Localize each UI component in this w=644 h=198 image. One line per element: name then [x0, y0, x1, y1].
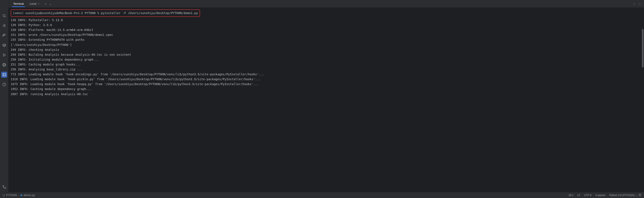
- output-line: 151 INFO: wrote /Users/sunshiyu/Desktop/…: [11, 32, 642, 37]
- svg-point-0: [3, 14, 5, 17]
- chevron-down-icon[interactable]: ⌄: [50, 2, 51, 5]
- more-icon[interactable]: ⋮: [633, 2, 636, 5]
- svg-point-11: [3, 186, 4, 186]
- svg-point-2: [4, 25, 5, 26]
- output-line: 1675 INFO: Loading module hook 'hook-hea…: [11, 82, 642, 86]
- output-line: 773 INFO: Loading module hook 'hook-enco…: [11, 72, 642, 77]
- svg-line-1: [5, 16, 6, 17]
- output-line: 249 INFO: checking Analysis: [11, 47, 642, 52]
- output-line: 1316 INFO: Loading module hook 'hook-pic…: [11, 77, 642, 82]
- output-line: 250 INFO: Building Analysis because Anal…: [11, 52, 642, 57]
- run-icon[interactable]: [1, 52, 7, 58]
- svg-rect-6: [3, 74, 6, 76]
- tab-actions: ＋ ⌄: [42, 2, 51, 6]
- breadcrumb-file: demo1.py: [24, 194, 35, 197]
- terminal-panel: Terminal Local ✕ ＋ ⌄ ⋮ — (venv) sunshiyu…: [8, 0, 644, 192]
- status-bar: ▢ PYTHON › ⬢ demo1.py 26:1 LF UTF-8 4 sp…: [0, 192, 644, 198]
- packages-icon[interactable]: [1, 42, 7, 48]
- output-line: 139 INFO: Python: 3.9.6: [11, 22, 642, 28]
- tab-local[interactable]: Local ✕: [27, 0, 42, 7]
- services-icon[interactable]: [1, 62, 7, 68]
- python-console-icon[interactable]: [1, 32, 7, 38]
- terminal-tabs: Terminal Local ✕ ＋ ⌄ ⋮ —: [8, 0, 644, 8]
- line-ending[interactable]: LF: [577, 194, 580, 197]
- problems-icon[interactable]: [1, 82, 7, 88]
- output-line: 155 INFO: Extending PYTHONPATH with path…: [11, 37, 642, 42]
- cursor-position[interactable]: 26:1: [568, 194, 574, 197]
- output-line: ['/Users/sunshiyu/Desktop/PYTHON']: [11, 42, 642, 47]
- svg-point-12: [5, 187, 6, 188]
- terminal-content[interactable]: (venv) sunshiyu@sunshiyudeMacBook-Pro-2 …: [8, 8, 644, 192]
- terminal-icon[interactable]: [1, 72, 7, 78]
- indent-setting[interactable]: 4 spaces: [595, 194, 606, 197]
- command-highlight: (venv) sunshiyu@sunshiyudeMacBook-Pro-2 …: [11, 10, 200, 17]
- python-file-icon: ⬢: [20, 194, 22, 197]
- svg-marker-4: [3, 64, 6, 66]
- encoding[interactable]: UTF-8: [584, 194, 591, 197]
- activity-bar: [0, 0, 8, 192]
- output-line: 139 INFO: PyInstaller: 5.13.0: [11, 18, 642, 22]
- output-line: 250 INFO: Initializing module dependency…: [11, 57, 642, 62]
- minimize-icon[interactable]: —: [639, 2, 640, 5]
- output-line: 251 INFO: Caching module graph hooks...: [11, 62, 642, 67]
- folder-icon: ▢: [2, 194, 5, 197]
- chevron-right-icon: ›: [18, 194, 19, 197]
- close-icon[interactable]: ✕: [38, 2, 40, 5]
- scrollbar-thumb[interactable]: [642, 29, 644, 68]
- vcs-icon[interactable]: [1, 184, 7, 190]
- new-tab-icon[interactable]: ＋: [44, 2, 47, 6]
- output-line: 150 INFO: Platform: macOS-13.5-arm64-arm…: [11, 28, 642, 32]
- output-line: 256 INFO: Analyzing base_library.zip ...: [11, 67, 642, 72]
- watermark: CSDN @爱琴海之旅: [620, 194, 642, 197]
- output-line: 1952 INFO: Caching module dependency gra…: [11, 86, 642, 92]
- debug-icon[interactable]: [1, 22, 7, 28]
- tab-terminal[interactable]: Terminal: [10, 0, 27, 7]
- tab-local-label: Local: [30, 2, 36, 5]
- breadcrumb-project: PYTHON: [6, 194, 17, 197]
- output-line: 2007 INFO: running Analysis Analysis-00.…: [11, 92, 642, 97]
- svg-marker-3: [3, 54, 6, 56]
- breadcrumb[interactable]: ▢ PYTHON › ⬢ demo1.py: [2, 194, 35, 197]
- search-icon[interactable]: [1, 13, 7, 19]
- command-line: (venv) sunshiyu@sunshiyudeMacBook-Pro-2 …: [13, 11, 198, 16]
